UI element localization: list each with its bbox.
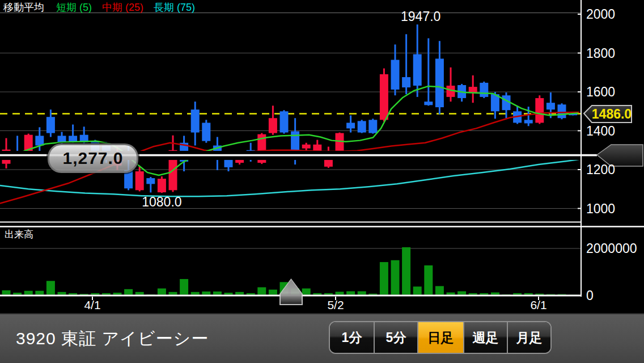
volume-bar — [346, 292, 355, 295]
volume-bar — [324, 293, 333, 295]
candle-body — [202, 123, 210, 141]
price-axis-label: 1400 — [586, 124, 615, 139]
candle-body — [291, 132, 299, 150]
candle-body — [269, 118, 277, 133]
high-price-annotation: 1947.0 — [401, 9, 440, 24]
price-axis-label: 2000 — [586, 7, 615, 22]
volume-bar — [302, 289, 311, 295]
crosshair-price-pill[interactable]: 1,277.0 — [48, 143, 138, 173]
candle-body — [346, 123, 355, 128]
stock-chart-app: 1486.0 移動平均 短期 (5)中期 (25)長期 (75) 出来高 194… — [0, 0, 644, 363]
volume-bar — [24, 291, 33, 295]
candle-body — [358, 121, 366, 132]
volume-bar — [457, 292, 466, 295]
ma-legend-item-0: 短期 (5) — [56, 2, 92, 13]
volume-bar — [513, 293, 522, 295]
volume-bar — [202, 292, 210, 295]
volume-bar — [269, 290, 277, 295]
candle-body — [546, 103, 555, 109]
volume-bar — [402, 247, 410, 295]
volume-bar — [35, 291, 44, 295]
volume-bar — [124, 289, 133, 295]
volume-bar — [146, 294, 155, 295]
volume-bar — [158, 289, 166, 295]
volume-bar — [424, 265, 433, 295]
volume-bar — [69, 293, 77, 295]
volume-bar — [102, 293, 111, 295]
candle-body — [191, 109, 200, 132]
ma-legend-item-1: 中期 (25) — [102, 2, 143, 13]
price-axis-label: 1000 — [586, 201, 615, 217]
stock-title: 3920 東証 アイビーシー — [16, 327, 209, 351]
candle-body — [391, 60, 400, 89]
ma-legend-title: 移動平均 — [3, 2, 44, 13]
volume-bar — [546, 294, 555, 295]
volume-bar — [191, 292, 200, 295]
volume-bar — [46, 281, 55, 294]
volume-bar — [257, 287, 266, 294]
timeframe-button-monthly[interactable]: 月足 — [507, 322, 550, 353]
volume-bar — [524, 293, 533, 295]
volume-bar — [535, 294, 544, 295]
timeframe-button-5min[interactable]: 5分 — [374, 322, 417, 353]
volume-bar — [313, 293, 321, 295]
low-price-annotation: 1080.0 — [142, 195, 181, 210]
volume-bar — [91, 293, 99, 295]
volume-bar — [13, 293, 22, 294]
date-axis-label: 4/1 — [84, 298, 100, 312]
date-axis-label: 5/2 — [327, 298, 344, 312]
candle-wick — [427, 38, 429, 105]
volume-bar — [380, 262, 388, 294]
volume-bar — [368, 294, 377, 295]
volume-bar — [58, 292, 66, 295]
date-axis-label: 6/1 — [530, 298, 546, 312]
candle-body — [535, 98, 544, 123]
candle-body — [69, 136, 77, 141]
volume-bar — [2, 290, 11, 295]
volume-bar — [135, 292, 144, 295]
ma-legend-item-2: 長期 (75) — [154, 2, 195, 13]
candle-body — [480, 83, 488, 97]
volume-bar — [247, 293, 255, 295]
volume-bar — [480, 293, 488, 295]
candle-body — [58, 136, 66, 142]
crosshair-price-value: 1,277.0 — [62, 149, 123, 168]
candle-body — [146, 178, 155, 184]
current-price-badge: 1486.0 — [584, 105, 632, 123]
candle-body — [424, 102, 433, 105]
candle-body — [158, 179, 166, 192]
ma-legend: 移動平均 短期 (5)中期 (25)長期 (75) — [3, 1, 205, 14]
price-axis-label: 1200 — [586, 162, 615, 178]
candle-body — [380, 74, 388, 120]
candle-body — [435, 58, 444, 107]
timeframe-button-weekly[interactable]: 週足 — [463, 322, 507, 353]
candle-body — [280, 111, 289, 132]
candle-body — [402, 77, 410, 87]
volume-axis-label: 2000000 — [586, 241, 637, 256]
candle-body — [135, 171, 144, 190]
timeframe-button-daily[interactable]: 日足 — [417, 322, 463, 353]
volume-bar — [80, 294, 88, 294]
volume-bar — [447, 293, 455, 295]
volume-bar — [413, 286, 422, 294]
volume-bar — [213, 292, 222, 295]
candle-body — [46, 117, 55, 133]
volume-bar — [558, 294, 566, 295]
candle-body — [302, 145, 311, 149]
timeframe-button-1min[interactable]: 1分 — [330, 322, 374, 353]
price-axis-label: 1600 — [586, 85, 615, 100]
volume-bar — [435, 286, 444, 294]
candle-body — [35, 136, 44, 145]
candle-body — [368, 120, 377, 133]
volume-bar — [502, 294, 511, 295]
volume-bar — [391, 260, 400, 295]
volume-bar — [169, 292, 177, 295]
candle-body — [413, 54, 422, 86]
candle-body — [558, 104, 566, 118]
candlestick-chart-area[interactable]: 1486.0 移動平均 短期 (5)中期 (25)長期 (75) 出来高 194… — [0, 0, 644, 313]
volume-bar — [469, 293, 477, 295]
volume-bar — [224, 293, 233, 294]
volume-bar — [180, 279, 188, 295]
volume-bar — [358, 292, 366, 295]
svg-text:1486.0: 1486.0 — [592, 107, 632, 121]
